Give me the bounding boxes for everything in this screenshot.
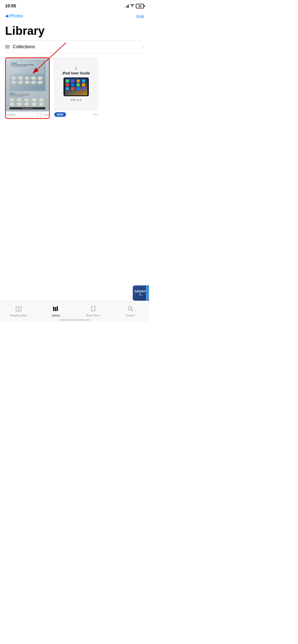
svg-rect-5 <box>55 307 56 311</box>
svg-rect-4 <box>53 307 54 311</box>
ipad-guide-title: iPad User Guide <box>62 71 90 75</box>
svg-rect-6 <box>57 306 58 311</box>
home-indicator <box>59 319 90 320</box>
watermark: GADGETS T... <box>133 285 149 301</box>
status-bar: 10:55 32 <box>0 0 149 11</box>
collections-label: Collections <box>13 44 35 50</box>
wifi-icon <box>130 4 134 8</box>
tab-library[interactable]: Library <box>37 301 75 318</box>
tab-search[interactable]: Search <box>112 301 149 318</box>
tab-bar: Reading Now Library Book Store Search <box>0 301 149 322</box>
tab-label-reading-now: Reading Now <box>10 314 27 317</box>
ipad-device-image <box>63 77 89 96</box>
ipad-cover-title-area:  iPad User Guide <box>62 67 90 75</box>
edit-button[interactable]: Edit <box>137 14 144 19</box>
book-cover-caripill: Caripill Carica Papaya Leaf Extract Tabl… <box>6 58 49 111</box>
ipad-guide-version: iOS 11.4 <box>71 98 82 101</box>
cloud-download-icon[interactable] <box>36 113 42 117</box>
back-button[interactable]: ◀ Photos <box>5 13 23 19</box>
reading-now-icon <box>15 307 22 313</box>
book-progress-caripill: 100% <box>6 113 15 117</box>
signal-bars-icon <box>124 4 129 8</box>
hamburger-icon <box>5 45 10 48</box>
collections-left: Collections <box>5 44 35 50</box>
book-card-caripill[interactable]: Caripill Carica Papaya Leaf Extract Tabl… <box>5 57 50 119</box>
book-options-button-ipad-guide[interactable] <box>93 114 98 115</box>
status-time: 10:55 <box>5 4 16 9</box>
library-icon <box>53 306 59 313</box>
chevron-right-icon: › <box>142 44 144 50</box>
tab-book-store[interactable]: Book Store <box>75 301 112 318</box>
book-cover-ipad-guide:  iPad User Guide <box>54 57 98 111</box>
book-options-button-caripill[interactable] <box>44 115 48 116</box>
page-title-area: Library <box>0 22 149 40</box>
book-store-icon <box>90 306 96 313</box>
book-footer-right-caripill <box>36 113 48 117</box>
tab-label-search: Search <box>126 314 135 317</box>
book-footer-ipad-guide: NEW <box>54 111 98 118</box>
nav-bar: ◀ Photos Edit <box>0 11 149 22</box>
watermark-bar <box>146 285 149 301</box>
books-grid: Caripill Carica Papaya Leaf Extract Tabl… <box>0 53 149 119</box>
tab-label-book-store: Book Store <box>86 314 100 317</box>
book-card-ipad-guide[interactable]:  iPad User Guide <box>54 57 98 119</box>
status-icons: 32 <box>124 4 144 8</box>
book-footer-caripill: 100% <box>6 111 49 118</box>
battery-icon: 32 <box>136 4 144 8</box>
search-icon <box>128 306 133 313</box>
collections-row[interactable]: Collections › <box>0 41 149 53</box>
apple-logo-icon:  <box>75 67 77 71</box>
tab-label-library: Library <box>52 314 60 317</box>
new-badge: NEW <box>54 112 66 117</box>
page-title: Library <box>5 24 144 37</box>
svg-point-0 <box>132 7 133 7</box>
svg-line-8 <box>131 310 133 311</box>
tab-reading-now[interactable]: Reading Now <box>0 301 37 318</box>
